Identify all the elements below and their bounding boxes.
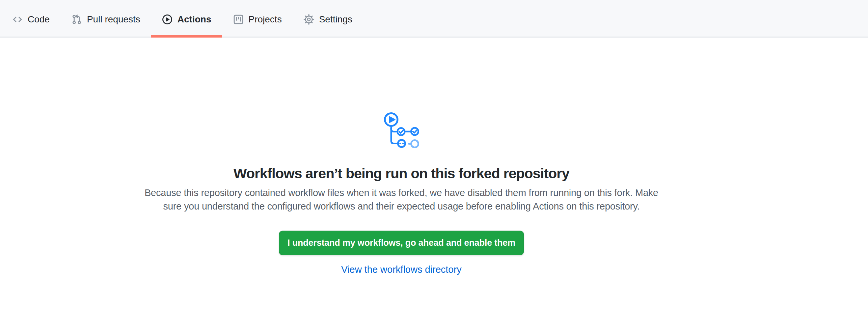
enable-button-row: I understand my workflows, go ahead and … <box>0 213 803 255</box>
workflows-disabled-panel: Workflows aren’t being run on this forke… <box>0 110 803 275</box>
tab-pull-requests-label: Pull requests <box>87 14 140 25</box>
actions-workflow-graph-icon <box>0 110 803 149</box>
tab-code-label: Code <box>28 14 50 25</box>
project-icon <box>233 14 244 25</box>
view-workflows-directory-link[interactable]: View the workflows directory <box>341 264 461 275</box>
tab-actions-label: Actions <box>178 14 211 25</box>
enable-workflows-button[interactable]: I understand my workflows, go ahead and … <box>279 230 524 255</box>
description-line-1: Because this repository contained workfl… <box>0 186 803 200</box>
code-icon <box>12 14 23 25</box>
tab-code[interactable]: Code <box>1 0 61 37</box>
gear-icon <box>304 14 314 25</box>
tab-settings[interactable]: Settings <box>293 0 363 37</box>
play-circle-icon <box>162 14 173 25</box>
tab-actions[interactable]: Actions <box>151 0 222 37</box>
git-pull-request-icon <box>71 14 82 25</box>
tab-pull-requests[interactable]: Pull requests <box>61 0 151 37</box>
tab-projects-label: Projects <box>249 14 282 25</box>
repo-tab-nav: Code Pull requests Actions <box>0 0 868 37</box>
tab-settings-label: Settings <box>319 14 352 25</box>
blankslate-title: Workflows aren’t being run on this forke… <box>0 164 803 182</box>
description-line-2: sure you understand the configured workf… <box>0 200 803 213</box>
tab-projects[interactable]: Projects <box>222 0 293 37</box>
blankslate-description: Because this repository contained workfl… <box>0 186 803 213</box>
